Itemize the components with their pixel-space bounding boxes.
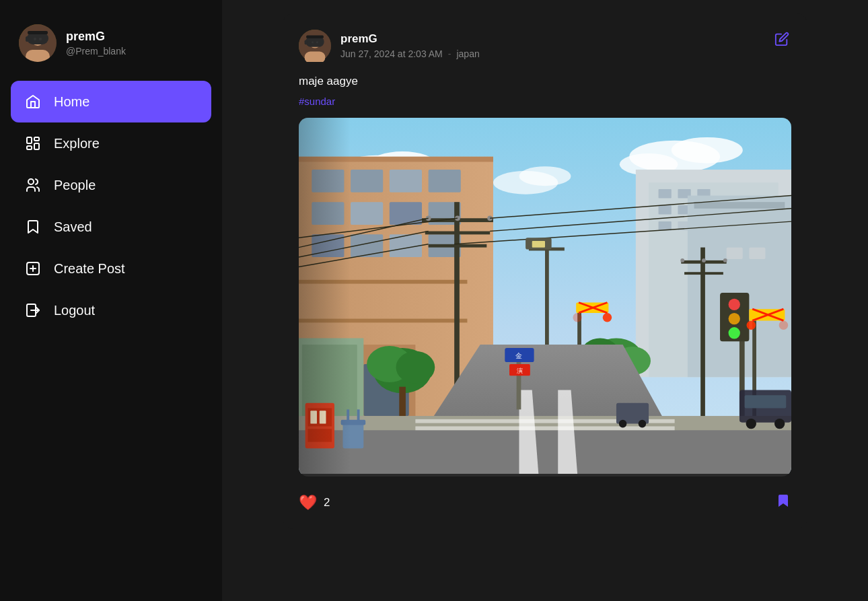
svg-rect-37: [659, 205, 672, 214]
svg-point-20: [312, 41, 314, 43]
svg-rect-8: [27, 137, 32, 143]
post-actions: ❤️ 2: [299, 490, 791, 513]
sidebar-item-explore[interactable]: Explore: [11, 122, 211, 164]
sidebar-item-people-label: People: [54, 178, 96, 193]
svg-rect-71: [429, 244, 487, 247]
svg-rect-9: [34, 137, 39, 141]
post-meta: premG Jun 27, 2024 at 2:03 AM - japan: [340, 32, 480, 59]
post-hashtag: #sundar: [299, 96, 791, 107]
svg-rect-11: [27, 146, 32, 149]
create-post-icon: [24, 260, 42, 277]
svg-rect-2: [26, 50, 50, 62]
svg-point-21: [316, 41, 318, 43]
sidebar-item-create-post-label: Create Post: [54, 261, 125, 277]
avatar-image: [19, 24, 57, 62]
svg-rect-17: [305, 52, 326, 62]
svg-rect-10: [34, 143, 39, 149]
like-count: 2: [324, 496, 330, 509]
svg-rect-91: [532, 240, 545, 247]
navigation: Home Explore: [11, 81, 211, 331]
svg-point-141: [639, 419, 647, 427]
svg-rect-7: [28, 31, 48, 34]
sidebar-item-create-post[interactable]: Create Post: [11, 248, 211, 289]
post-card: premG Jun 27, 2024 at 2:03 AM - japan ma…: [283, 13, 807, 529]
svg-point-108: [603, 312, 612, 321]
sidebar-item-explore-label: Explore: [54, 136, 100, 151]
svg-point-31: [519, 166, 571, 186]
edit-post-button[interactable]: [772, 30, 791, 48]
logout-icon: [24, 302, 42, 319]
svg-point-94: [729, 298, 740, 310]
svg-point-6: [39, 38, 42, 40]
svg-point-107: [573, 312, 581, 321]
sidebar-item-logout[interactable]: Logout: [11, 289, 211, 331]
svg-text:演: 演: [517, 367, 523, 374]
post-timestamp: Jun 27, 2024 at 2:03 AM - japan: [340, 48, 480, 59]
heart-icon: ❤️: [299, 494, 317, 511]
svg-rect-136: [745, 395, 787, 408]
svg-point-86: [702, 258, 706, 262]
sidebar-item-people[interactable]: People: [11, 164, 211, 206]
home-icon: [24, 93, 42, 110]
svg-point-87: [723, 258, 727, 262]
sidebar-item-home[interactable]: Home: [11, 81, 211, 122]
like-button[interactable]: ❤️ 2: [299, 494, 330, 511]
main-content: premG Jun 27, 2024 at 2:03 AM - japan ma…: [222, 0, 868, 601]
user-info: premG @Prem_blank: [66, 30, 126, 57]
svg-point-138: [774, 418, 785, 428]
sidebar-item-saved-label: Saved: [54, 219, 92, 235]
sidebar-item-saved[interactable]: Saved: [11, 206, 211, 248]
user-handle: @Prem_blank: [66, 46, 126, 57]
sidebar: premG @Prem_blank Home: [0, 0, 222, 601]
svg-text:金: 金: [515, 352, 522, 359]
svg-rect-22: [306, 36, 324, 38]
svg-rect-40: [659, 221, 672, 230]
post-image: 金 演: [299, 118, 791, 477]
svg-point-137: [746, 418, 756, 428]
svg-point-140: [619, 419, 627, 427]
svg-rect-70: [425, 231, 490, 234]
svg-point-95: [729, 312, 740, 324]
svg-point-28: [672, 137, 743, 163]
saved-icon: [24, 218, 42, 236]
svg-rect-19: [305, 40, 308, 44]
svg-rect-4: [26, 36, 29, 42]
svg-rect-82: [700, 247, 705, 441]
svg-rect-147: [299, 118, 429, 474]
svg-point-101: [747, 320, 756, 329]
bookmark-button[interactable]: [775, 493, 791, 513]
post-header: premG Jun 27, 2024 at 2:03 AM - japan: [299, 30, 791, 62]
post-separator: -: [448, 48, 451, 59]
explore-icon: [24, 135, 42, 152]
post-author: premG Jun 27, 2024 at 2:03 AM - japan: [299, 30, 480, 62]
svg-rect-125: [415, 426, 674, 430]
user-profile: premG @Prem_blank: [11, 13, 211, 78]
svg-point-5: [34, 38, 36, 40]
people-icon: [24, 176, 42, 194]
svg-rect-84: [684, 272, 723, 275]
post-date: Jun 27, 2024 at 2:03 AM: [340, 48, 443, 59]
svg-rect-34: [659, 188, 672, 197]
svg-point-102: [779, 320, 788, 329]
post-username: premG: [340, 32, 480, 46]
svg-point-12: [28, 179, 34, 184]
svg-point-96: [729, 327, 740, 339]
username: premG: [66, 30, 126, 44]
svg-rect-52: [429, 170, 461, 192]
post-location: japan: [456, 48, 479, 59]
sidebar-item-home-label: Home: [54, 94, 89, 110]
post-author-avatar: [299, 30, 331, 62]
post-text: maje aagye: [299, 73, 791, 90]
svg-rect-44: [694, 202, 785, 209]
svg-rect-46: [749, 247, 765, 258]
sidebar-item-logout-label: Logout: [54, 303, 95, 318]
avatar: [19, 24, 57, 62]
svg-rect-45: [727, 247, 743, 258]
svg-point-85: [680, 258, 684, 262]
